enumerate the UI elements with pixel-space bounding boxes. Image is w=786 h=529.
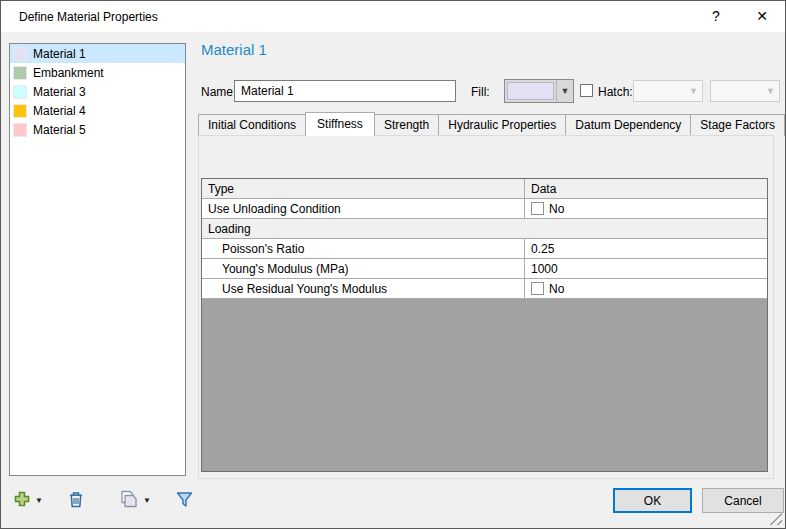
- grid-property-row: Young's Modulus (MPa)1000: [202, 259, 767, 279]
- material-name-label: Material 5: [33, 123, 86, 137]
- filter-materials-button[interactable]: [175, 486, 194, 512]
- chevron-down-icon[interactable]: ▼: [556, 80, 573, 102]
- material-name-label: Material 3: [33, 85, 86, 99]
- property-value-cell[interactable]: No: [524, 199, 767, 218]
- define-material-properties-dialog: Define Material Properties ? ✕ Material …: [0, 0, 786, 529]
- value-checkbox[interactable]: [531, 282, 544, 295]
- material-name-input[interactable]: [234, 80, 456, 102]
- material-color-swatch: [13, 47, 27, 61]
- grid-property-row: Use Residual Young's ModulusNo: [202, 279, 767, 299]
- tab-datum-dependency[interactable]: Datum Dependency: [565, 114, 691, 136]
- tab-hydraulic-properties[interactable]: Hydraulic Properties: [438, 114, 566, 136]
- grid-header-type: Type: [202, 179, 524, 198]
- property-label-cell: Poisson's Ratio: [202, 239, 524, 258]
- property-value-text: 0.25: [531, 242, 554, 256]
- fill-color-swatch: [507, 82, 554, 100]
- selected-material-heading: Material 1: [201, 41, 267, 58]
- material-name-label: Material 4: [33, 104, 86, 118]
- chevron-down-icon[interactable]: ▼: [143, 496, 151, 505]
- property-label-cell: Use Unloading Condition: [202, 199, 524, 218]
- help-button[interactable]: ?: [699, 1, 733, 32]
- resize-grip[interactable]: [770, 513, 782, 525]
- hatch-color-dropdown: ▼: [710, 80, 780, 102]
- ok-button[interactable]: OK: [613, 488, 692, 513]
- material-list[interactable]: Material 1EmbankmentMaterial 3Material 4…: [9, 43, 186, 476]
- material-toolbar: ▼ ▼: [13, 486, 194, 512]
- grid-empty-area: [202, 299, 767, 471]
- fill-color-dropdown[interactable]: ▼: [504, 79, 574, 103]
- hatch-checkbox[interactable]: [580, 84, 593, 97]
- material-color-swatch: [13, 85, 27, 99]
- tab-stage-factors[interactable]: Stage Factors: [690, 114, 785, 136]
- property-label-cell: Use Residual Young's Modulus: [202, 279, 524, 298]
- grid-header-data: Data: [524, 179, 767, 198]
- grid-category-row: Loading: [202, 219, 767, 239]
- trash-icon: [67, 490, 85, 509]
- add-icon: [13, 490, 31, 508]
- material-name-label: Embankment: [33, 66, 104, 80]
- dialog-title: Define Material Properties: [19, 10, 158, 24]
- material-list-item[interactable]: Material 1: [10, 44, 185, 63]
- material-list-item[interactable]: Material 3: [10, 82, 185, 101]
- property-value-text: No: [549, 202, 564, 216]
- material-list-item[interactable]: Embankment: [10, 63, 185, 82]
- chevron-down-icon: ▼: [685, 81, 702, 101]
- title-bar[interactable]: Define Material Properties ? ✕: [1, 1, 785, 32]
- value-checkbox[interactable]: [531, 202, 544, 215]
- chevron-down-icon[interactable]: ▼: [35, 496, 43, 505]
- property-label-cell: Loading: [202, 219, 767, 238]
- grid-property-row: Poisson's Ratio0.25: [202, 239, 767, 259]
- material-color-swatch: [13, 123, 27, 137]
- cancel-button[interactable]: Cancel: [702, 488, 784, 513]
- material-list-item[interactable]: Material 5: [10, 120, 185, 139]
- property-value-text: 1000: [531, 262, 558, 276]
- hatch-label: Hatch:: [598, 85, 633, 99]
- add-material-button[interactable]: ▼: [13, 486, 43, 512]
- stiffness-property-grid: Type Data Use Unloading ConditionNoLoadi…: [201, 178, 768, 472]
- tab-initial-conditions[interactable]: Initial Conditions: [198, 114, 306, 136]
- fill-label: Fill:: [471, 85, 490, 99]
- tab-strip: Initial ConditionsStiffnessStrengthHydra…: [198, 112, 784, 136]
- close-button[interactable]: ✕: [745, 1, 779, 32]
- grid-header-row: Type Data: [202, 179, 767, 199]
- grid-property-row: Use Unloading ConditionNo: [202, 199, 767, 219]
- name-label: Name:: [201, 85, 236, 99]
- material-list-item[interactable]: Material 4: [10, 101, 185, 120]
- copy-icon: [119, 489, 139, 509]
- property-value-text: No: [549, 282, 564, 296]
- property-value-cell[interactable]: 0.25: [524, 239, 767, 258]
- chevron-down-icon: ▼: [762, 81, 779, 101]
- hatch-pattern-dropdown: ▼: [633, 80, 703, 102]
- filter-icon: [175, 490, 194, 509]
- copy-material-button[interactable]: ▼: [119, 486, 151, 512]
- property-label-cell: Young's Modulus (MPa): [202, 259, 524, 278]
- tab-strength[interactable]: Strength: [374, 114, 439, 136]
- tab-stiffness[interactable]: Stiffness: [305, 112, 375, 136]
- property-value-cell[interactable]: 1000: [524, 259, 767, 278]
- material-name-label: Material 1: [33, 47, 86, 61]
- property-value-cell[interactable]: No: [524, 279, 767, 298]
- delete-material-button[interactable]: [67, 486, 85, 512]
- material-color-swatch: [13, 104, 27, 118]
- material-color-swatch: [13, 66, 27, 80]
